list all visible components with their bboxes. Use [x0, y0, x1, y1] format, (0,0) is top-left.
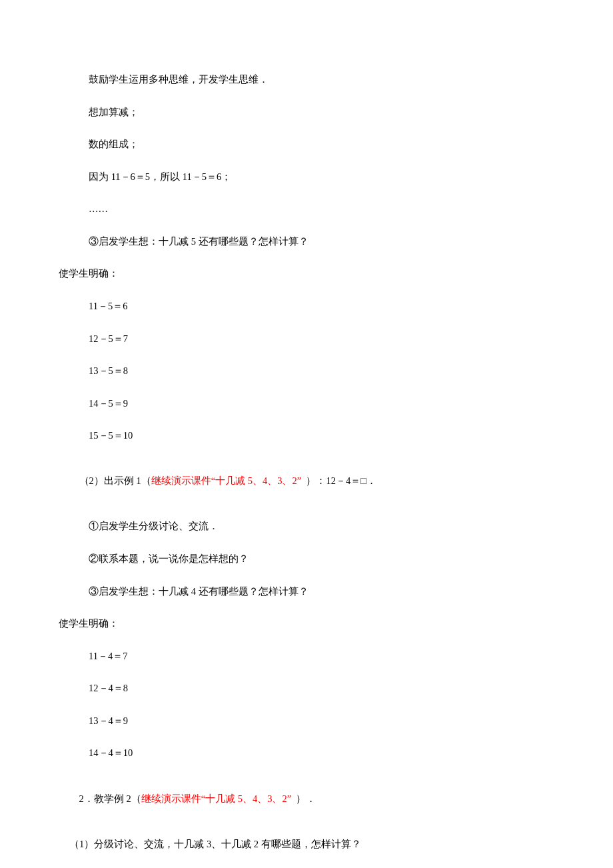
- equation-text: 13－4＝9: [59, 715, 554, 728]
- body-text: ③启发学生想：十几减 4 还有哪些题？怎样计算？: [59, 585, 554, 599]
- body-text: ②联系本题，说一说你是怎样想的？: [59, 553, 554, 566]
- body-text: ①启发学生分级讨论、交流．: [59, 520, 554, 533]
- body-text: 使学生明确：: [59, 267, 554, 281]
- highlighted-text: 继续演示课件“十几减 5、4、3、2”: [151, 475, 302, 486]
- text-run: （2）出示例 1（: [79, 475, 151, 486]
- body-text: 因为 11－6＝5，所以 11－5＝6；: [59, 171, 554, 184]
- body-text: （1）分级讨论、交流，十几减 3、十几减 2 有哪些题，怎样计算？: [59, 838, 554, 851]
- document-page: 鼓励学生运用多种思维，开发学生思维． 想加算减； 数的组成； 因为 11－6＝5…: [0, 0, 613, 868]
- body-text: 数的组成；: [59, 138, 554, 151]
- equation-text: 12－5＝7: [59, 333, 554, 346]
- text-run: ）：12－4＝□．: [301, 475, 376, 486]
- equation-text: 14－4＝10: [59, 747, 554, 760]
- body-text: （2）出示例 1（继续演示课件“十几减 5、4、3、2” ）：12－4＝□．: [59, 462, 554, 501]
- equation-text: 14－5＝9: [59, 397, 554, 411]
- equation-text: 11－5＝6: [59, 300, 554, 313]
- equation-text: 11－4＝7: [59, 650, 554, 663]
- body-text: 鼓励学生运用多种思维，开发学生思维．: [59, 73, 554, 87]
- body-text: 2．教学例 2（继续演示课件“十几减 5、4、3、2” ）．: [59, 779, 554, 819]
- equation-text: 13－5＝8: [59, 365, 554, 378]
- text-run: 2．教学例 2（: [79, 793, 141, 804]
- body-text: ③启发学生想：十几减 5 还有哪些题？怎样计算？: [59, 235, 554, 249]
- body-text: 想加算减；: [59, 106, 554, 119]
- highlighted-text: 继续演示课件“十几减 5、4、3、2”: [141, 793, 292, 804]
- equation-text: 12－4＝8: [59, 682, 554, 695]
- body-text: 使学生明确：: [59, 617, 554, 631]
- body-text: ……: [59, 203, 554, 216]
- equation-text: 15－5＝10: [59, 429, 554, 443]
- text-run: ）．: [291, 793, 316, 804]
